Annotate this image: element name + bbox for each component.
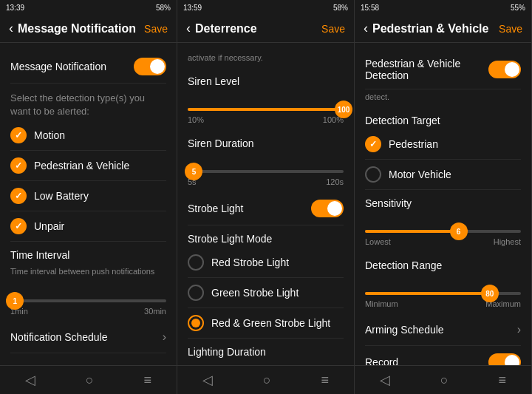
slider-track-time: 1	[10, 299, 166, 302]
checkbox-label-ped: Pedestrian & Vehicle	[34, 160, 129, 171]
radio-label-green: Green Strobe Light	[211, 287, 299, 299]
radio-red-green-strobe[interactable]: Red & Green Strobe Light	[188, 308, 344, 339]
checkbox-label-motion: Motion	[34, 129, 65, 141]
slider-labels-range: Minimum Maximum	[365, 299, 521, 308]
slider-track-range: 80	[365, 292, 521, 295]
time-2: 13:59	[183, 4, 202, 12]
time-interval-title: Time Interval	[10, 242, 166, 264]
record-toggle[interactable]	[488, 353, 521, 365]
content-2: activate if necessary. Siren Level 100 1…	[177, 43, 354, 365]
detection-target-title: Detection Target	[365, 107, 521, 129]
sensitivity-slider[interactable]: 6 Lowest Highest	[365, 212, 521, 252]
slider-min-siren: 10%	[188, 115, 204, 124]
slider-track-sensitivity: 6	[365, 230, 521, 233]
home-nav-icon-2[interactable]: ○	[263, 373, 271, 388]
select-section: Select the detection type(s) you want to…	[10, 84, 166, 120]
strobe-light-row: Strobe Light	[188, 192, 344, 225]
battery-1: 58%	[156, 4, 171, 12]
slider-min-sensitivity: Lowest	[365, 237, 391, 246]
header-2: ‹ Deterrence Save	[177, 15, 354, 43]
checkbox-unpair[interactable]: Unpair	[10, 211, 166, 242]
slider-thumb-range[interactable]: 80	[481, 285, 499, 302]
menu-nav-icon-3[interactable]: ≡	[499, 373, 507, 388]
slider-thumb-siren[interactable]: 100	[335, 101, 352, 118]
strobe-light-label: Strobe Light	[188, 203, 244, 214]
back-nav-icon-1[interactable]: ◁	[25, 372, 35, 388]
checkbox-label-pedestrian: Pedestrian	[389, 138, 438, 150]
detect-text: detect.	[365, 89, 521, 107]
save-button-2[interactable]: Save	[321, 23, 345, 35]
siren-level-slider[interactable]: 100 10% 100%	[188, 90, 344, 130]
panel-message-notification: 13:39 58% ‹ Message Notification Save Me…	[0, 0, 177, 394]
notification-schedule-row[interactable]: Notification Schedule ›	[10, 322, 166, 353]
checkbox-label-battery: Low Battery	[34, 190, 89, 202]
siren-level-title: Siren Level	[188, 68, 344, 90]
radio-red-strobe[interactable]: Red Strobe Light	[188, 248, 344, 278]
radio-icon-green	[188, 285, 204, 301]
slider-thumb-time[interactable]: 1	[6, 292, 24, 310]
status-bar-3: 15:58 55%	[355, 0, 531, 15]
select-text: Select the detection type(s) you want to…	[10, 92, 145, 117]
slider-thumb-duration[interactable]: 5	[185, 163, 202, 180]
slider-min-range: Minimum	[365, 299, 398, 308]
ped-vehicle-label: Pedestrian & Vehicle Detection	[365, 58, 488, 81]
detection-range-title: Detection Range	[365, 252, 521, 274]
deterrence-subtitle: activate if necessary.	[188, 50, 344, 68]
header-left-3: ‹ Pedestrian & Vehicle	[364, 21, 488, 36]
slider-fill-sensitivity	[365, 230, 459, 233]
page-title-3: Pedestrian & Vehicle	[372, 22, 488, 35]
checkbox-motor-vehicle[interactable]: Motor Vehicle	[365, 160, 521, 190]
back-button-2[interactable]: ‹	[186, 21, 191, 36]
page-title-1: Message Notification	[18, 22, 136, 35]
nav-bar-1: ◁ ○ ≡	[0, 365, 177, 394]
slider-track-duration: 5	[188, 170, 344, 173]
checkbox-icon-pedestrian	[365, 136, 381, 152]
time-interval-slider[interactable]: 1 1min 30min	[10, 282, 166, 322]
main-toggle-row-1: Message Notification	[10, 50, 166, 84]
home-nav-icon-1[interactable]: ○	[86, 373, 94, 388]
header-1: ‹ Message Notification Save	[0, 15, 177, 43]
checkbox-ped-vehicle[interactable]: Pedestrian & Vehicle	[10, 151, 166, 181]
back-nav-icon-2[interactable]: ◁	[202, 372, 213, 388]
strobe-light-toggle[interactable]	[311, 200, 344, 217]
siren-duration-title: Siren Duration	[188, 130, 344, 152]
back-button-3[interactable]: ‹	[364, 21, 368, 36]
nav-bar-2: ◁ ○ ≡	[177, 365, 354, 394]
time-3: 15:58	[361, 4, 379, 12]
slider-fill-range	[365, 292, 490, 295]
siren-duration-slider[interactable]: 5 5s 120s	[188, 152, 344, 192]
page-title-2: Deterrence	[195, 22, 257, 35]
record-label: Record	[365, 356, 398, 365]
strobe-mode-title: Strobe Light Mode	[188, 225, 344, 248]
main-toggle-1[interactable]	[134, 58, 166, 75]
radio-green-strobe[interactable]: Green Strobe Light	[188, 278, 344, 308]
notification-schedule-label: Notification Schedule	[10, 331, 108, 343]
slider-max-time: 30min	[144, 307, 166, 316]
header-3: ‹ Pedestrian & Vehicle Save	[355, 15, 531, 43]
home-nav-icon-3[interactable]: ○	[440, 373, 449, 388]
ped-vehicle-toggle[interactable]	[488, 61, 521, 78]
checkbox-icon-motion	[10, 127, 27, 143]
back-nav-icon-3[interactable]: ◁	[380, 372, 390, 388]
slider-max-sensitivity: Highest	[494, 237, 521, 246]
battery-3: 55%	[511, 4, 525, 12]
slider-max-duration: 120s	[326, 177, 344, 186]
menu-nav-icon-2[interactable]: ≡	[321, 373, 330, 388]
checkbox-pedestrian[interactable]: Pedestrian	[365, 129, 521, 160]
checkbox-motion[interactable]: Motion	[10, 120, 166, 151]
slider-labels-duration: 5s 120s	[188, 177, 344, 186]
arming-schedule-row[interactable]: Arming Schedule ›	[365, 314, 521, 346]
detection-range-slider[interactable]: 80 Minimum Maximum	[365, 274, 521, 314]
status-bar-1: 13:39 58%	[0, 0, 177, 15]
checkbox-label-motor: Motor Vehicle	[389, 169, 451, 180]
panel-deterrence: 13:59 58% ‹ Deterrence Save activate if …	[177, 0, 355, 394]
radio-icon-red	[188, 254, 204, 271]
slider-labels-siren: 10% 100%	[188, 115, 344, 124]
back-button-1[interactable]: ‹	[9, 21, 13, 36]
menu-nav-icon-1[interactable]: ≡	[144, 373, 152, 388]
slider-thumb-sensitivity[interactable]: 6	[450, 223, 468, 240]
save-button-1[interactable]: Save	[144, 23, 168, 35]
save-button-3[interactable]: Save	[499, 23, 522, 35]
radio-icon-red-green	[188, 315, 204, 331]
checkbox-low-battery[interactable]: Low Battery	[10, 181, 166, 211]
